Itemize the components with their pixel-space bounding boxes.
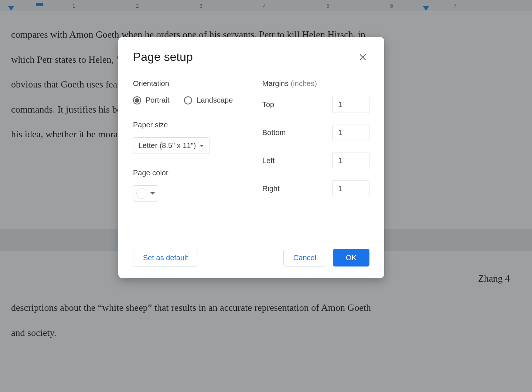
close-icon — [359, 54, 366, 61]
orientation-portrait-radio[interactable]: Portrait — [133, 96, 169, 104]
margin-top-label: Top — [262, 100, 274, 109]
orientation-label: Orientation — [133, 79, 240, 88]
cancel-button[interactable]: Cancel — [283, 249, 326, 267]
margin-bottom-label: Bottom — [262, 128, 286, 137]
orientation-radio-group: Portrait Landscape — [133, 96, 240, 104]
chevron-down-icon — [150, 192, 155, 195]
margin-right-input[interactable] — [332, 180, 369, 197]
margin-top-input[interactable] — [332, 96, 369, 113]
radio-label: Portrait — [146, 96, 169, 104]
chevron-down-icon — [200, 145, 204, 147]
margin-left-label: Left — [262, 157, 274, 165]
paper-size-label: Paper size — [133, 121, 240, 129]
margin-bottom-input[interactable] — [332, 124, 369, 141]
page-setup-dialog: Page setup Orientation Portrait Landscap… — [118, 37, 384, 278]
radio-selected-icon — [133, 96, 141, 104]
orientation-landscape-radio[interactable]: Landscape — [184, 96, 233, 104]
margins-label: Margins (inches) — [262, 79, 369, 88]
color-swatch-icon — [136, 188, 147, 199]
paper-size-select[interactable]: Letter (8.5" x 11") — [133, 137, 209, 154]
dialog-title: Page setup — [133, 50, 193, 64]
ok-button[interactable]: OK — [333, 249, 369, 267]
set-as-default-button[interactable]: Set as default — [133, 249, 198, 267]
margin-right-label: Right — [262, 185, 280, 193]
page-color-picker[interactable] — [133, 185, 158, 202]
paper-size-value: Letter (8.5" x 11") — [139, 141, 196, 150]
radio-unselected-icon — [184, 96, 192, 104]
dialog-left-column: Orientation Portrait Landscape Paper siz… — [133, 79, 240, 208]
radio-label: Landscape — [197, 96, 233, 104]
margin-left-input[interactable] — [332, 152, 369, 169]
close-button[interactable] — [356, 51, 369, 64]
dialog-right-column: Margins (inches) Top Bottom Left Right — [262, 79, 369, 208]
page-color-label: Page color — [133, 169, 240, 177]
